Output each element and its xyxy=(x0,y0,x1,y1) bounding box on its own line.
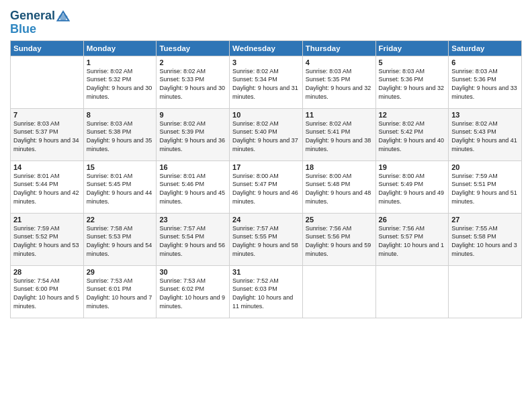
day-detail: Sunrise: 8:02 AMSunset: 5:41 PMDaylight:… xyxy=(306,120,373,153)
calendar-cell: 9Sunrise: 8:02 AMSunset: 5:39 PMDaylight… xyxy=(157,108,230,161)
week-row-1: 7Sunrise: 8:03 AMSunset: 5:37 PMDaylight… xyxy=(11,108,522,161)
calendar-cell: 3Sunrise: 8:02 AMSunset: 5:34 PMDaylight… xyxy=(230,56,303,108)
calendar-cell xyxy=(449,265,522,318)
day-number: 19 xyxy=(379,163,446,171)
calendar-cell: 12Sunrise: 8:02 AMSunset: 5:42 PMDayligh… xyxy=(375,108,449,161)
day-detail: Sunrise: 7:59 AMSunset: 5:52 PMDaylight:… xyxy=(13,224,81,258)
logo-text-general: General xyxy=(10,9,55,23)
day-detail: Sunrise: 8:00 AMSunset: 5:47 PMDaylight:… xyxy=(232,172,300,205)
day-number: 17 xyxy=(232,163,300,171)
calendar-cell: 5Sunrise: 8:03 AMSunset: 5:36 PMDaylight… xyxy=(375,56,449,108)
day-number: 31 xyxy=(232,268,300,276)
day-detail: Sunrise: 7:54 AMSunset: 6:00 PMDaylight:… xyxy=(13,277,81,310)
day-header-thursday: Thursday xyxy=(302,40,375,56)
day-detail: Sunrise: 8:02 AMSunset: 5:39 PMDaylight:… xyxy=(159,120,226,153)
day-detail: Sunrise: 8:03 AMSunset: 5:36 PMDaylight:… xyxy=(379,67,446,101)
day-detail: Sunrise: 7:57 AMSunset: 5:54 PMDaylight:… xyxy=(159,224,226,258)
calendar-cell: 8Sunrise: 8:03 AMSunset: 5:38 PMDaylight… xyxy=(83,108,157,161)
day-detail: Sunrise: 8:02 AMSunset: 5:32 PMDaylight:… xyxy=(87,67,154,101)
day-detail: Sunrise: 8:01 AMSunset: 5:45 PMDaylight:… xyxy=(87,172,154,205)
calendar-cell: 27Sunrise: 7:55 AMSunset: 5:58 PMDayligh… xyxy=(449,213,522,265)
day-detail: Sunrise: 8:00 AMSunset: 5:48 PMDaylight:… xyxy=(306,172,373,205)
day-detail: Sunrise: 7:59 AMSunset: 5:51 PMDaylight:… xyxy=(451,172,519,205)
logo: General Blue xyxy=(10,9,70,36)
day-detail: Sunrise: 8:02 AMSunset: 5:33 PMDaylight:… xyxy=(159,67,226,101)
day-number: 14 xyxy=(13,163,81,171)
day-detail: Sunrise: 8:03 AMSunset: 5:38 PMDaylight:… xyxy=(87,120,154,153)
week-row-4: 28Sunrise: 7:54 AMSunset: 6:00 PMDayligh… xyxy=(11,265,522,318)
day-number: 29 xyxy=(87,268,154,276)
calendar-cell: 21Sunrise: 7:59 AMSunset: 5:52 PMDayligh… xyxy=(11,213,84,265)
day-number: 26 xyxy=(379,216,446,224)
day-detail: Sunrise: 8:03 AMSunset: 5:35 PMDaylight:… xyxy=(306,67,373,101)
calendar-cell: 20Sunrise: 7:59 AMSunset: 5:51 PMDayligh… xyxy=(449,161,522,213)
day-number: 23 xyxy=(159,216,226,224)
day-number: 30 xyxy=(159,268,226,276)
svg-marker-1 xyxy=(58,14,67,21)
calendar-cell: 4Sunrise: 8:03 AMSunset: 5:35 PMDaylight… xyxy=(302,56,375,108)
week-row-3: 21Sunrise: 7:59 AMSunset: 5:52 PMDayligh… xyxy=(11,213,522,265)
day-number: 9 xyxy=(159,111,226,119)
day-detail: Sunrise: 8:01 AMSunset: 5:44 PMDaylight:… xyxy=(13,172,81,205)
day-number: 25 xyxy=(306,216,373,224)
day-detail: Sunrise: 7:53 AMSunset: 6:02 PMDaylight:… xyxy=(159,277,226,310)
page: General Blue SundayMondayTuesdayWednesda… xyxy=(0,0,532,411)
day-number: 1 xyxy=(87,58,154,66)
logo-icon xyxy=(56,9,70,23)
day-number: 6 xyxy=(451,58,519,66)
day-detail: Sunrise: 7:58 AMSunset: 5:53 PMDaylight:… xyxy=(87,224,154,258)
day-detail: Sunrise: 8:01 AMSunset: 5:46 PMDaylight:… xyxy=(159,172,226,205)
day-number: 8 xyxy=(87,111,154,119)
calendar-cell: 2Sunrise: 8:02 AMSunset: 5:33 PMDaylight… xyxy=(157,56,230,108)
week-row-0: 1Sunrise: 8:02 AMSunset: 5:32 PMDaylight… xyxy=(11,56,522,108)
calendar-cell: 25Sunrise: 7:56 AMSunset: 5:56 PMDayligh… xyxy=(302,213,375,265)
day-detail: Sunrise: 8:02 AMSunset: 5:34 PMDaylight:… xyxy=(232,67,300,101)
day-number: 3 xyxy=(232,58,300,66)
day-number: 10 xyxy=(232,111,300,119)
calendar-cell: 18Sunrise: 8:00 AMSunset: 5:48 PMDayligh… xyxy=(302,161,375,213)
day-number: 11 xyxy=(306,111,373,119)
calendar-cell: 16Sunrise: 8:01 AMSunset: 5:46 PMDayligh… xyxy=(157,161,230,213)
day-number: 5 xyxy=(379,58,446,66)
day-header-friday: Friday xyxy=(375,40,449,56)
calendar-cell: 31Sunrise: 7:52 AMSunset: 6:03 PMDayligh… xyxy=(230,265,303,318)
calendar-cell: 15Sunrise: 8:01 AMSunset: 5:45 PMDayligh… xyxy=(83,161,157,213)
calendar-cell: 19Sunrise: 8:00 AMSunset: 5:49 PMDayligh… xyxy=(375,161,449,213)
calendar-header-row: SundayMondayTuesdayWednesdayThursdayFrid… xyxy=(11,40,522,56)
calendar-cell: 6Sunrise: 8:03 AMSunset: 5:36 PMDaylight… xyxy=(449,56,522,108)
header: General Blue xyxy=(10,7,522,36)
day-number: 16 xyxy=(159,163,226,171)
day-header-sunday: Sunday xyxy=(11,40,84,56)
calendar-cell: 23Sunrise: 7:57 AMSunset: 5:54 PMDayligh… xyxy=(157,213,230,265)
day-number: 2 xyxy=(159,58,226,66)
day-detail: Sunrise: 8:02 AMSunset: 5:40 PMDaylight:… xyxy=(232,120,300,153)
calendar-cell: 1Sunrise: 8:02 AMSunset: 5:32 PMDaylight… xyxy=(83,56,157,108)
day-detail: Sunrise: 7:52 AMSunset: 6:03 PMDaylight:… xyxy=(232,277,300,310)
day-number: 24 xyxy=(232,216,300,224)
day-number: 22 xyxy=(87,216,154,224)
day-detail: Sunrise: 8:03 AMSunset: 5:37 PMDaylight:… xyxy=(13,120,81,153)
calendar-cell: 30Sunrise: 7:53 AMSunset: 6:02 PMDayligh… xyxy=(157,265,230,318)
day-number: 12 xyxy=(379,111,446,119)
day-header-wednesday: Wednesday xyxy=(230,40,303,56)
day-detail: Sunrise: 7:57 AMSunset: 5:55 PMDaylight:… xyxy=(232,224,300,258)
day-number: 27 xyxy=(451,216,519,224)
day-detail: Sunrise: 8:00 AMSunset: 5:49 PMDaylight:… xyxy=(379,172,446,205)
calendar-cell xyxy=(375,265,449,318)
day-detail: Sunrise: 7:55 AMSunset: 5:58 PMDaylight:… xyxy=(451,224,519,258)
day-number: 15 xyxy=(87,163,154,171)
day-number: 18 xyxy=(306,163,373,171)
day-number: 13 xyxy=(451,111,519,119)
calendar-cell: 10Sunrise: 8:02 AMSunset: 5:40 PMDayligh… xyxy=(230,108,303,161)
day-header-saturday: Saturday xyxy=(449,40,522,56)
day-header-monday: Monday xyxy=(83,40,157,56)
calendar-cell: 13Sunrise: 8:02 AMSunset: 5:43 PMDayligh… xyxy=(449,108,522,161)
calendar-cell xyxy=(302,265,375,318)
day-number: 21 xyxy=(13,216,81,224)
day-detail: Sunrise: 7:56 AMSunset: 5:56 PMDaylight:… xyxy=(306,224,373,258)
logo-text-blue: Blue xyxy=(10,23,70,36)
day-detail: Sunrise: 8:02 AMSunset: 5:42 PMDaylight:… xyxy=(379,120,446,153)
calendar-cell: 11Sunrise: 8:02 AMSunset: 5:41 PMDayligh… xyxy=(302,108,375,161)
calendar-table: SundayMondayTuesdayWednesdayThursdayFrid… xyxy=(10,40,522,318)
calendar-cell: 28Sunrise: 7:54 AMSunset: 6:00 PMDayligh… xyxy=(11,265,84,318)
